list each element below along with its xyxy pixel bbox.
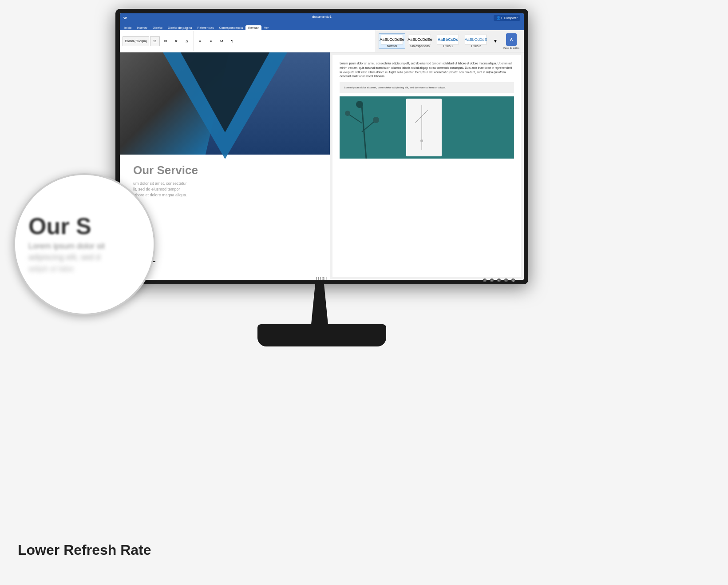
monitor-btn-m[interactable]: M <box>483 279 487 282</box>
monitor: documento1 W 👤+ Compartir <box>115 9 542 364</box>
magnifier-title: Our S <box>24 215 91 238</box>
fontsize-btn[interactable]: 11 <box>150 36 160 46</box>
svg-point-6 <box>356 101 363 108</box>
magnifier-line3: adipit ut labo <box>24 264 74 274</box>
style-sin-label: Sin espaciado <box>410 44 430 48</box>
tab-diseno-pagina[interactable]: Diseño de página <box>165 25 195 30</box>
svg-point-5 <box>373 117 379 123</box>
word-document-area: Lorem ipsum dolor sit amet, consectetur … <box>330 52 524 280</box>
style-normal[interactable]: AaBbCcDdEe Normal <box>379 33 405 49</box>
word-title: documento1 <box>312 15 332 19</box>
ribbon-right: 👤+ Compartir <box>494 15 520 21</box>
ribbon-logo: W <box>123 16 127 20</box>
tab-ver[interactable]: Ver <box>261 25 272 30</box>
svg-point-10 <box>420 139 423 142</box>
word-tabs: Inicio Insertar Diseño Diseño de página … <box>120 22 524 30</box>
styles-expand-btn[interactable]: ▼ <box>491 36 500 46</box>
tab-revisar[interactable]: Revisar <box>245 25 261 30</box>
doc-blockquote: Lorem ipsum dolor sit amet, consectetur … <box>340 82 514 93</box>
doc-image-svg <box>340 96 514 159</box>
align-center-btn[interactable]: ≡ <box>206 36 216 46</box>
monitor-power-btn[interactable]: ⏻ <box>511 279 515 282</box>
service-text: um dolor sit amet, consectetur lit, sed … <box>133 181 317 198</box>
style-normal-preview: AaBbCcDdEe <box>381 35 403 44</box>
monitor-screen: documento1 W 👤+ Compartir <box>120 13 524 280</box>
doc-image <box>340 96 514 159</box>
monitor-bezel: documento1 W 👤+ Compartir <box>115 9 528 284</box>
screen-content: documento1 W 👤+ Compartir <box>120 13 524 280</box>
style-titulo2-label: Título 2 <box>471 44 481 48</box>
panel-estilos-btn[interactable]: A Panel de estilos <box>502 32 521 50</box>
monitor-buttons: M ◄ ► E ⏻ <box>483 279 515 282</box>
hero-background <box>120 52 330 162</box>
panel-estilos-label: Panel de estilos <box>502 47 520 49</box>
main-container: documento1 W 👤+ Compartir <box>0 0 728 585</box>
tab-correspondencia[interactable]: Correspondencia <box>217 25 245 30</box>
monitor-brand: IIISI <box>316 276 328 281</box>
lower-refresh-label: Lower Refresh Rate <box>18 542 151 558</box>
style-titulo2-preview: AaBbCcDdE <box>465 35 487 44</box>
doc-paragraph: Lorem ipsum dolor sit amet, consectetur … <box>340 61 514 79</box>
svg-rect-7 <box>406 99 442 156</box>
style-titulo1-preview: AaBbCcDc <box>437 35 459 44</box>
monitor-stand-neck <box>297 284 342 329</box>
magnifier-line2: adipiscing elit, sed d <box>24 252 100 263</box>
magnifier-line1: Lorem ipsum dolor sit <box>24 241 105 251</box>
panel-estilos-icon: A <box>506 33 517 46</box>
magnifier-content: Our S Lorem ipsum dolor sit adipiscing e… <box>15 175 154 314</box>
share-button[interactable]: 👤+ Compartir <box>494 15 520 21</box>
bold-btn[interactable]: N <box>161 36 170 46</box>
doc-page: Lorem ipsum dolor sit amet, consectetur … <box>332 55 521 277</box>
triangle-dark <box>181 52 269 132</box>
style-sin-preview: AaBbCcDdEe <box>409 35 431 44</box>
service-title: Our Service <box>133 163 317 177</box>
monitor-btn-right[interactable]: ► <box>497 279 501 282</box>
magnifier-circle: Our S Lorem ipsum dolor sit adipiscing e… <box>13 173 155 315</box>
monitor-stand-base <box>257 324 386 346</box>
style-sin-espaciado[interactable]: AaBbCcDdEe Sin espaciado <box>407 33 433 49</box>
sort-btn[interactable]: ↕A <box>217 36 226 46</box>
svg-point-4 <box>345 111 350 116</box>
user-plus-icon: 👤+ <box>496 16 503 20</box>
tab-inicio[interactable]: Inicio <box>122 25 134 30</box>
monitor-btn-e[interactable]: E <box>504 279 508 282</box>
toolbar-font-section: Calibri (Cuerpo) 11 N K S <box>123 31 194 51</box>
toolbar-align-section: ≡ ≡ ↕A ¶ <box>195 31 239 51</box>
italic-btn[interactable]: K <box>171 36 181 46</box>
tab-diseno[interactable]: Diseño <box>150 25 165 30</box>
monitor-btn-left[interactable]: ◄ <box>490 279 494 282</box>
word-ribbon-bar: documento1 W 👤+ Compartir <box>120 13 524 22</box>
style-normal-label: Normal <box>387 44 397 48</box>
styles-panel: AaBbCcDdEe Normal AaBbCcDdEe Sin espacia… <box>376 30 524 52</box>
style-titulo1[interactable]: AaBbCcDc Título 1 <box>435 33 461 49</box>
tab-insertar[interactable]: Insertar <box>134 25 150 30</box>
word-toolbar: Calibri (Cuerpo) 11 N K S ≡ ≡ ↕A ¶ <box>120 30 524 52</box>
content-area: Our Service um dolor sit amet, consectet… <box>120 52 524 280</box>
font-btn[interactable]: Calibri (Cuerpo) <box>123 36 149 46</box>
align-left-btn[interactable]: ≡ <box>195 36 205 46</box>
paragraph-btn[interactable]: ¶ <box>227 36 237 46</box>
style-titulo2[interactable]: AaBbCcDdE Título 2 <box>463 33 489 49</box>
style-titulo1-label: Título 1 <box>443 44 453 48</box>
tab-referencias[interactable]: Referencias <box>194 25 216 30</box>
underline-btn[interactable]: S <box>182 36 192 46</box>
